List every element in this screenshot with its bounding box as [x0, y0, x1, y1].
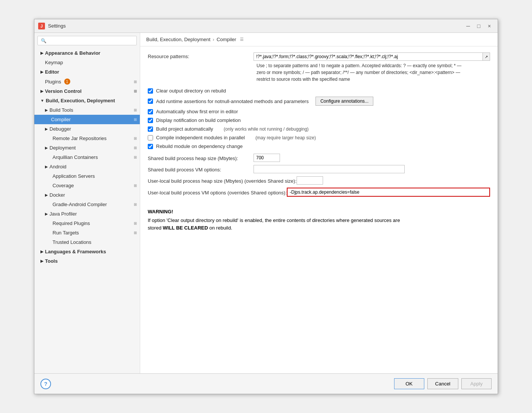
- settings-icon: ⊞: [134, 117, 137, 122]
- shared-vm-label: Shared build process VM options:: [148, 166, 254, 173]
- sidebar-item-build-tools[interactable]: ▶ Build Tools ⊞: [34, 105, 140, 115]
- sidebar-item-android[interactable]: ▶ Android: [34, 162, 140, 171]
- local-vm-label: User-local build process VM options (ove…: [148, 189, 287, 196]
- minimize-button[interactable]: ─: [464, 22, 473, 31]
- compile-parallel-label: Compile independent modules in parallel: [156, 135, 245, 140]
- local-vm-row: User-local build process VM options (ove…: [148, 188, 490, 197]
- shared-vm-input[interactable]: [254, 165, 405, 173]
- sidebar-item-label: Languages & Frameworks: [45, 249, 106, 254]
- expand-arrow: ▶: [40, 89, 43, 93]
- display-notification-checkbox[interactable]: [148, 118, 153, 123]
- expand-arrow: ▶: [40, 259, 43, 263]
- sidebar-item-label: Android: [49, 164, 66, 170]
- sidebar: 🔍 ▶ Appearance & Behavior Keymap ▶ Edito…: [34, 33, 140, 373]
- bottom-bar: ? OK Cancel Apply: [34, 373, 498, 394]
- sidebar-item-coverage[interactable]: Coverage ⊞: [34, 181, 140, 190]
- ok-button[interactable]: OK: [394, 378, 424, 389]
- sidebar-item-trusted-locations[interactable]: Trusted Locations: [34, 237, 140, 247]
- resource-patterns-row: Resource patterns: ↗: [148, 52, 490, 61]
- sidebar-item-keymap[interactable]: Keymap: [34, 58, 140, 67]
- sidebar-item-label: Run Targets: [53, 230, 79, 236]
- configure-annotations-button[interactable]: Configure annotations...: [315, 97, 373, 106]
- warning-text: If option 'Clear output directory on reb…: [148, 217, 490, 231]
- sidebar-item-label: Deployment: [49, 145, 76, 151]
- shared-vm-row: Shared build process VM options:: [148, 165, 490, 173]
- auto-show-error-label: Automatically show first error in editor: [156, 109, 238, 114]
- main-content: 🔍 ▶ Appearance & Behavior Keymap ▶ Edito…: [34, 33, 498, 373]
- rebuild-dependency-checkbox[interactable]: [148, 144, 153, 149]
- expand-button[interactable]: ↗: [483, 52, 490, 61]
- hint-line2: zero or more symbols; / — path separator…: [257, 69, 490, 76]
- runtime-assertions-row: Add runtime assertions for notnull-annot…: [148, 97, 490, 106]
- sidebar-item-docker[interactable]: ▶ Docker: [34, 190, 140, 200]
- close-button[interactable]: ×: [485, 22, 494, 31]
- build-auto-row: Build project automatically (only works …: [148, 126, 490, 132]
- compile-parallel-checkbox[interactable]: [148, 135, 153, 140]
- resource-patterns-label: Resource patterns:: [148, 52, 254, 59]
- clear-output-checkbox[interactable]: [148, 88, 153, 94]
- local-heap-input[interactable]: [297, 176, 323, 185]
- resource-patterns-input[interactable]: [254, 52, 483, 61]
- sidebar-item-plugins[interactable]: Plugins 1 ⊞: [34, 77, 140, 86]
- sidebar-item-languages[interactable]: ▶ Languages & Frameworks: [34, 247, 140, 256]
- sidebar-item-version-control[interactable]: ▶ Version Control ⊞: [34, 86, 140, 96]
- sidebar-item-label: Version Control: [45, 88, 82, 94]
- sidebar-item-label: Trusted Locations: [53, 239, 91, 245]
- sidebar-item-tools[interactable]: ▶ Tools: [34, 256, 140, 266]
- build-auto-checkbox[interactable]: [148, 126, 153, 132]
- maximize-button[interactable]: □: [474, 22, 483, 31]
- sidebar-item-label: Build, Execution, Deployment: [46, 98, 115, 103]
- sidebar-item-run-targets[interactable]: Run Targets ⊞: [34, 228, 140, 237]
- breadcrumb-parent: Build, Execution, Deployment: [146, 37, 210, 42]
- sidebar-item-build-exec[interactable]: ▼ Build, Execution, Deployment: [34, 96, 140, 105]
- expand-arrow: ▶: [40, 250, 43, 254]
- sidebar-item-editor[interactable]: ▶ Editor: [34, 67, 140, 77]
- help-button[interactable]: ?: [40, 379, 51, 389]
- local-vm-input[interactable]: [287, 188, 490, 197]
- local-heap-row: User-local build process heap size (Mbyt…: [148, 176, 490, 185]
- sidebar-item-label: Remote Jar Repositories: [53, 136, 107, 141]
- sidebar-item-label: Build Tools: [49, 107, 73, 113]
- breadcrumb-separator: ›: [213, 37, 214, 42]
- window-title: Settings: [48, 23, 66, 29]
- warning-title: WARNING!: [148, 209, 490, 214]
- sidebar-item-gradle-android[interactable]: Gradle-Android Compiler ⊞: [34, 200, 140, 209]
- build-auto-label: Build project automatically: [156, 126, 213, 132]
- sidebar-item-label: Keymap: [45, 60, 63, 65]
- heap-input[interactable]: [254, 154, 280, 162]
- search-input[interactable]: [48, 38, 133, 43]
- compile-parallel-note: (may require larger heap size): [255, 135, 316, 140]
- expand-arrow: ▶: [45, 193, 48, 197]
- warning-box: WARNING! If option 'Clear output directo…: [148, 204, 490, 236]
- sidebar-item-compiler[interactable]: Compiler ⊞: [34, 115, 140, 124]
- sidebar-item-required-plugins[interactable]: Required Plugins ⊞: [34, 219, 140, 228]
- search-icon: 🔍: [41, 38, 46, 43]
- settings-icon: ⊞: [134, 183, 137, 188]
- expand-arrow: ▶: [40, 51, 43, 55]
- sidebar-item-deployment[interactable]: ▶ Deployment ⊞: [34, 143, 140, 153]
- sidebar-item-debugger[interactable]: ▶ Debugger: [34, 124, 140, 134]
- app-icon: J: [38, 23, 45, 29]
- sidebar-item-label: Debugger: [49, 126, 71, 132]
- sidebar-item-app-servers[interactable]: Application Servers: [34, 171, 140, 181]
- title-controls: ─ □ ×: [464, 22, 494, 31]
- apply-button[interactable]: Apply: [461, 378, 492, 389]
- expand-arrow: ▶: [40, 70, 43, 74]
- clear-output-row: Clear output directory on rebuild: [148, 88, 490, 94]
- hint-line1: Use ; to separate patterns and ! to nega…: [257, 62, 490, 69]
- sidebar-item-label: Arquillian Containers: [53, 154, 98, 160]
- sidebar-item-remote-jar[interactable]: Remote Jar Repositories ⊞: [34, 134, 140, 143]
- breadcrumb-icon: ☰: [240, 37, 244, 42]
- breadcrumb: Build, Execution, Deployment › Compiler …: [140, 33, 498, 46]
- sidebar-item-label: Docker: [49, 192, 65, 198]
- runtime-assertions-checkbox[interactable]: [148, 99, 153, 104]
- cancel-button[interactable]: Cancel: [427, 378, 458, 389]
- auto-show-error-checkbox[interactable]: [148, 109, 153, 114]
- sidebar-item-arquillian[interactable]: Arquillian Containers ⊞: [34, 153, 140, 162]
- hint-text: Use ; to separate patterns and ! to nega…: [255, 62, 490, 83]
- sidebar-item-appearance[interactable]: ▶ Appearance & Behavior: [34, 48, 140, 58]
- settings-icon: ⊞: [134, 155, 137, 159]
- sidebar-item-java-profiler[interactable]: ▶ Java Profiler: [34, 209, 140, 219]
- display-notification-label: Display notification on build completion: [156, 117, 241, 123]
- sidebar-item-label: Editor: [45, 69, 59, 75]
